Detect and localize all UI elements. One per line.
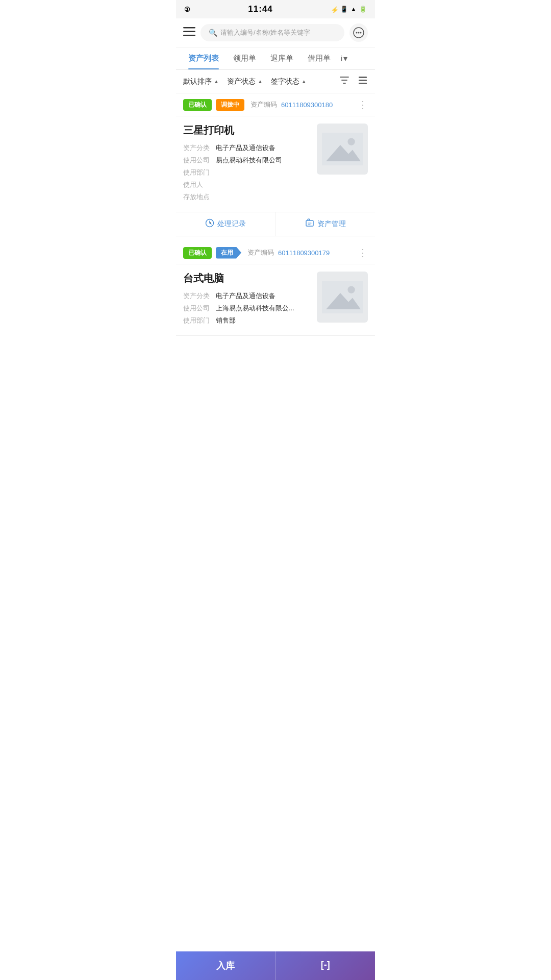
search-icon: 🔍 [209, 29, 217, 37]
asset-manage-label: 资产管理 [317, 219, 346, 229]
code-value-1: 60111809300180 [281, 101, 333, 109]
chat-icon [353, 27, 364, 38]
sign-status-filter[interactable]: 签字状态 ▲ [271, 77, 307, 86]
asset-image-1 [317, 124, 368, 175]
tabs: 资产列表 领用单 退库单 借用单 i ▾ [176, 47, 375, 70]
filter-bar: 默认排序 ▲ 资产状态 ▲ 签字状态 ▲ [176, 70, 375, 93]
card-2-more-button[interactable]: ⋮ [358, 247, 368, 259]
svg-rect-9 [359, 80, 367, 81]
company-label-1: 使用公司 [183, 156, 216, 165]
filter-icon[interactable] [339, 75, 349, 88]
svg-point-7 [360, 32, 362, 34]
svg-rect-3 [183, 35, 195, 36]
info-row-company-1: 使用公司 易点易动科技有限公司 [183, 156, 310, 165]
location-label-1: 存放地点 [183, 192, 216, 202]
sort-arrow-icon: ▲ [214, 79, 219, 84]
svg-point-19 [347, 286, 355, 293]
asset-image-2 [317, 272, 368, 323]
asset-card-2: 已确认 在用 资产编码 60111809300179 ⋮ 台式电脑 资产分类 电… [176, 241, 375, 336]
status-badge-2: 在用 [216, 247, 241, 259]
user-label-1: 使用人 [183, 180, 216, 189]
info-row-company-2: 使用公司 上海易点易动科技有限公... [183, 304, 310, 313]
svg-point-6 [358, 32, 360, 34]
process-record-label: 处理记录 [217, 219, 246, 229]
status-time: 11:44 [248, 4, 272, 14]
process-record-icon [205, 218, 214, 230]
card-1-body: 三星打印机 资产分类 电子产品及通信设备 使用公司 易点易动科技有限公司 使用部… [176, 116, 375, 212]
svg-rect-10 [359, 83, 367, 84]
status-icons: ⚡ 📱 ▲ 🔋 [331, 6, 367, 13]
svg-rect-8 [359, 77, 367, 78]
code-label-1: 资产编码 [251, 100, 277, 109]
asset-manage-button-1[interactable]: 资产管理 [276, 212, 375, 236]
company-value-1: 易点易动科技有限公司 [216, 156, 282, 165]
category-label-1: 资产分类 [183, 143, 216, 153]
chat-button[interactable] [349, 23, 368, 42]
card-1-more-button[interactable]: ⋮ [358, 99, 368, 111]
card-1-actions: 处理记录 资产管理 [176, 212, 375, 236]
info-row-category-1: 资产分类 电子产品及通信设备 [183, 143, 310, 153]
svg-point-12 [347, 138, 355, 145]
info-row-dept-1: 使用部门 [183, 168, 310, 177]
code-label-2: 资产编码 [247, 248, 274, 257]
chevron-down-icon: ▾ [343, 54, 347, 63]
svg-text:⚡: ⚡ [331, 6, 338, 13]
card-2-header: 已确认 在用 资产编码 60111809300179 ⋮ [176, 241, 375, 264]
search-bar[interactable]: 🔍 请输入编号/名称/姓名等关键字 [201, 24, 344, 41]
confirmed-badge-1: 已确认 [183, 99, 212, 111]
asset-name-1: 三星打印机 [183, 124, 310, 137]
category-value-2: 电子产品及通信设备 [216, 291, 276, 301]
search-placeholder: 请输入编号/名称/姓名等关键字 [220, 28, 310, 37]
tab-more[interactable]: i ▾ [338, 47, 350, 69]
asset-status-filter[interactable]: 资产状态 ▲ [227, 77, 263, 86]
category-value-1: 电子产品及通信设备 [216, 143, 276, 153]
card-1-info: 三星打印机 资产分类 电子产品及通信设备 使用公司 易点易动科技有限公司 使用部… [183, 124, 310, 205]
code-value-2: 60111809300179 [278, 249, 330, 257]
company-value-2: 上海易点易动科技有限公... [216, 304, 294, 313]
svg-rect-2 [183, 31, 195, 32]
company-label-2: 使用公司 [183, 304, 216, 313]
header: 🔍 请输入编号/名称/姓名等关键字 [176, 18, 375, 47]
filter-action-icons [339, 75, 368, 88]
asset-name-2: 台式电脑 [183, 272, 310, 285]
card-1-header: 已确认 调拨中 资产编码 60111809300180 ⋮ [176, 93, 375, 116]
tab-borrow[interactable]: 借用单 [300, 47, 338, 69]
bluetooth-icon: ⚡ [331, 6, 338, 13]
info-row-category-2: 资产分类 电子产品及通信设备 [183, 291, 310, 301]
process-record-button-1[interactable]: 处理记录 [176, 212, 276, 236]
card-2-body: 台式电脑 资产分类 电子产品及通信设备 使用公司 上海易点易动科技有限公... … [176, 264, 375, 335]
status-badge-1: 调拨中 [216, 99, 244, 111]
info-row-user-1: 使用人 [183, 180, 310, 189]
info-row-location-1: 存放地点 [183, 192, 310, 202]
asset-manage-icon [305, 218, 314, 230]
dept-label-2: 使用部门 [183, 316, 216, 325]
info-row-dept-2: 使用部门 销售部 [183, 316, 310, 325]
svg-rect-1 [183, 27, 195, 29]
menu-button[interactable] [183, 27, 195, 39]
category-label-2: 资产分类 [183, 291, 216, 301]
asset-card-1: 已确认 调拨中 资产编码 60111809300180 ⋮ 三星打印机 资产分类… [176, 93, 375, 236]
asset-status-arrow-icon: ▲ [258, 79, 263, 84]
confirmed-badge-2: 已确认 [183, 247, 212, 259]
status-bar: ① 11:44 ⚡ 📱 ▲ 🔋 [176, 0, 375, 18]
dept-label-1: 使用部门 [183, 168, 216, 177]
dept-value-2: 销售部 [216, 316, 236, 325]
sort-filter[interactable]: 默认排序 ▲ [183, 77, 219, 86]
svg-point-5 [356, 32, 358, 34]
tab-asset-list[interactable]: 资产列表 [181, 47, 226, 69]
card-2-info: 台式电脑 资产分类 电子产品及通信设备 使用公司 上海易点易动科技有限公... … [183, 272, 310, 328]
list-view-icon[interactable] [358, 75, 368, 88]
tab-requisition[interactable]: 领用单 [226, 47, 263, 69]
status-indicator: ① [184, 6, 190, 13]
tab-return[interactable]: 退库单 [263, 47, 300, 69]
sign-status-arrow-icon: ▲ [302, 79, 307, 84]
